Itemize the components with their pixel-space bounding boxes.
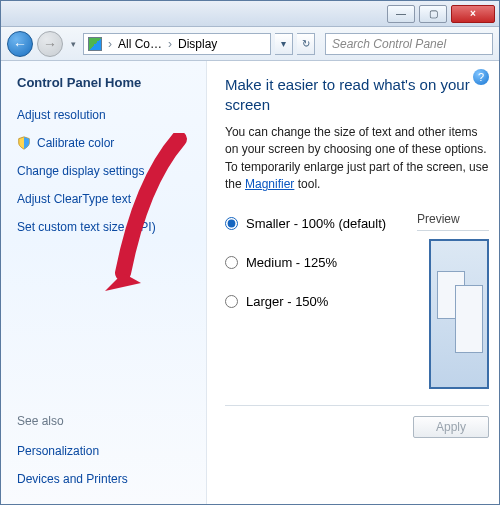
magnifier-link[interactable]: Magnifier [245, 177, 294, 191]
maximize-button[interactable]: ▢ [419, 5, 447, 23]
history-dropdown[interactable]: ▾ [67, 39, 79, 49]
option-label: Medium - 125% [246, 255, 337, 270]
sidebar-link-set-custom-dpi[interactable]: Set custom text size (DPI) [17, 220, 192, 234]
forward-button[interactable]: → [37, 31, 63, 57]
divider [225, 405, 489, 406]
breadcrumb-item[interactable]: All Co… [118, 37, 162, 51]
sidebar-link-change-display-settings[interactable]: Change display settings [17, 164, 192, 178]
address-dropdown[interactable]: ▾ [275, 33, 293, 55]
search-input[interactable]: Search Control Panel [325, 33, 493, 55]
option-label: Smaller - 100% (default) [246, 216, 386, 231]
see-also-label: See also [17, 414, 192, 428]
window-body: Control Panel Home Adjust resolution Cal… [1, 61, 499, 504]
main-panel: ? Make it easier to read what's on your … [207, 61, 499, 504]
sidebar-link-label: Calibrate color [37, 136, 114, 150]
refresh-button[interactable]: ↻ [297, 33, 315, 55]
sidebar: Control Panel Home Adjust resolution Cal… [1, 61, 207, 504]
option-medium[interactable]: Medium - 125% [225, 255, 407, 270]
option-larger[interactable]: Larger - 150% [225, 294, 407, 309]
description-text: tool. [294, 177, 320, 191]
minimize-button[interactable]: — [387, 5, 415, 23]
apply-button: Apply [413, 416, 489, 438]
page-title: Make it easier to read what's on your sc… [225, 75, 489, 114]
control-panel-icon [88, 37, 102, 51]
see-also-personalization[interactable]: Personalization [17, 444, 192, 458]
see-also-devices-printers[interactable]: Devices and Printers [17, 472, 192, 486]
breadcrumb-sep: › [108, 37, 112, 51]
option-smaller[interactable]: Smaller - 100% (default) [225, 216, 407, 231]
preview-label: Preview [417, 212, 489, 231]
close-button[interactable]: × [451, 5, 495, 23]
options-row: Smaller - 100% (default) Medium - 125% L… [225, 212, 489, 389]
option-medium-radio[interactable] [225, 256, 238, 269]
option-smaller-radio[interactable] [225, 217, 238, 230]
titlebar: — ▢ × [1, 1, 499, 27]
sidebar-link-calibrate-color[interactable]: Calibrate color [17, 136, 192, 150]
preview-column: Preview [417, 212, 489, 389]
breadcrumb-sep: › [168, 37, 172, 51]
sidebar-link-adjust-cleartype[interactable]: Adjust ClearType text [17, 192, 192, 206]
control-panel-window: — ▢ × ← → ▾ › All Co… › Display ▾ ↻ Sear… [0, 0, 500, 505]
address-bar[interactable]: › All Co… › Display [83, 33, 271, 55]
preview-image [429, 239, 489, 389]
shield-icon [17, 136, 31, 150]
description: You can change the size of text and othe… [225, 124, 489, 194]
sidebar-link-adjust-resolution[interactable]: Adjust resolution [17, 108, 192, 122]
size-options: Smaller - 100% (default) Medium - 125% L… [225, 212, 407, 389]
option-label: Larger - 150% [246, 294, 328, 309]
breadcrumb-item[interactable]: Display [178, 37, 217, 51]
sidebar-home-link[interactable]: Control Panel Home [17, 75, 192, 90]
toolbar: ← → ▾ › All Co… › Display ▾ ↻ Search Con… [1, 27, 499, 61]
option-larger-radio[interactable] [225, 295, 238, 308]
help-icon[interactable]: ? [473, 69, 489, 85]
back-button[interactable]: ← [7, 31, 33, 57]
